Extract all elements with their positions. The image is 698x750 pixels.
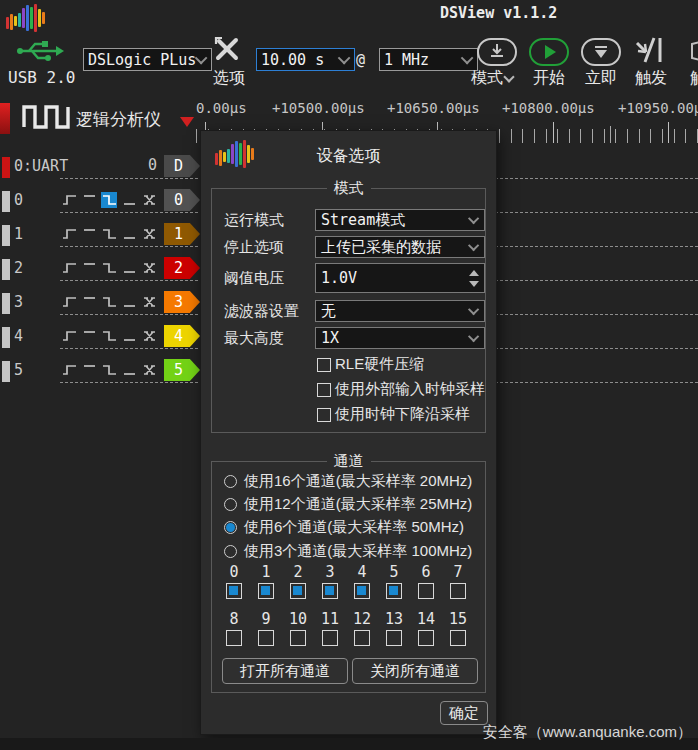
low-level-icon[interactable] <box>121 260 137 276</box>
checkbox-box[interactable] <box>317 383 331 397</box>
stop-option-select[interactable]: 上传已采集的数据 <box>315 236 485 258</box>
decoder-flag[interactable]: D <box>164 155 200 177</box>
channel-15-checkbox[interactable] <box>450 630 466 646</box>
radio-selected-icon[interactable] <box>224 521 237 534</box>
mode-button-label[interactable]: 模式 <box>471 68 513 89</box>
high-level-icon[interactable] <box>81 328 97 344</box>
spin-down-icon[interactable] <box>469 281 479 287</box>
channel-1-checkbox[interactable] <box>258 583 274 599</box>
high-level-icon[interactable] <box>81 192 97 208</box>
channel-color-square[interactable] <box>2 293 10 314</box>
radio-12-channels[interactable]: 使用12个通道(最大采样率 25MHz) <box>224 495 472 514</box>
ok-button[interactable]: 确定 <box>440 701 488 725</box>
trigger-position-marker[interactable] <box>180 117 194 127</box>
channel-11-checkbox[interactable] <box>322 630 338 646</box>
any-edge-icon[interactable] <box>141 328 157 344</box>
decoder-color-square[interactable] <box>2 157 10 178</box>
channel-13-checkbox[interactable] <box>386 630 402 646</box>
channel-color-square[interactable] <box>2 191 10 212</box>
trigger-button-label[interactable]: 触发 <box>635 68 667 89</box>
low-level-icon[interactable] <box>121 328 137 344</box>
channel-7-checkbox[interactable] <box>450 583 466 599</box>
checkbox-box[interactable] <box>317 408 331 422</box>
rle-compress-checkbox[interactable]: RLE硬件压缩 <box>317 355 424 374</box>
threshold-voltage-spinbox[interactable]: 1.0V <box>315 263 485 293</box>
sample-rate-select[interactable]: 1 MHz <box>379 48 478 71</box>
channel-flag[interactable]: 1 <box>164 223 200 245</box>
channel-flag[interactable]: 5 <box>164 359 200 381</box>
mode-button[interactable] <box>477 38 517 66</box>
channel-flag[interactable]: 2 <box>164 257 200 279</box>
any-edge-icon[interactable] <box>141 362 157 378</box>
low-level-icon[interactable] <box>121 192 137 208</box>
channel-5-checkbox[interactable] <box>386 583 402 599</box>
open-all-channels-button[interactable]: 打开所有通道 <box>222 658 348 684</box>
any-edge-icon[interactable] <box>141 226 157 242</box>
filter-setting-select[interactable]: 无 <box>315 300 485 322</box>
channel-9-checkbox[interactable] <box>258 630 274 646</box>
channel-4-checkbox[interactable] <box>354 583 370 599</box>
rising-edge-icon[interactable] <box>61 362 77 378</box>
rising-edge-icon[interactable] <box>61 192 77 208</box>
channel-2-checkbox[interactable] <box>290 583 306 599</box>
low-level-icon[interactable] <box>121 362 137 378</box>
instant-button[interactable] <box>581 38 621 66</box>
high-level-icon[interactable] <box>81 260 97 276</box>
radio-3-channels[interactable]: 使用3个通道(最大采样率 100MHz) <box>224 542 472 561</box>
falling-edge-icon[interactable] <box>101 294 117 310</box>
radio-icon[interactable] <box>224 545 237 558</box>
rising-edge-icon[interactable] <box>61 260 77 276</box>
channel-color-square[interactable] <box>2 225 10 246</box>
close-all-channels-button[interactable]: 关闭所有通道 <box>352 658 478 684</box>
low-level-icon[interactable] <box>121 294 137 310</box>
channel-0-checkbox[interactable] <box>226 583 242 599</box>
any-edge-icon[interactable] <box>141 294 157 310</box>
checkbox-box[interactable] <box>317 358 331 372</box>
high-level-icon[interactable] <box>81 294 97 310</box>
rising-edge-icon[interactable] <box>61 294 77 310</box>
ext-clock-checkbox[interactable]: 使用外部输入时钟采样 <box>317 380 485 399</box>
high-level-icon[interactable] <box>81 226 97 242</box>
channel-flag[interactable]: 0 <box>164 189 200 211</box>
falling-edge-icon[interactable] <box>101 192 117 208</box>
falling-edge-icon[interactable] <box>101 226 117 242</box>
instant-button-label[interactable]: 立即 <box>585 68 617 89</box>
channel-color-square[interactable] <box>2 327 10 348</box>
any-edge-icon[interactable] <box>141 260 157 276</box>
channel-6-checkbox[interactable] <box>418 583 434 599</box>
radio-16-channels[interactable]: 使用16个通道(最大采样率 20MHz) <box>224 472 472 491</box>
falling-edge-icon[interactable] <box>101 260 117 276</box>
falling-clock-checkbox[interactable]: 使用时钟下降沿采样 <box>317 405 470 424</box>
falling-edge-icon[interactable] <box>101 362 117 378</box>
channel-color-square[interactable] <box>2 259 10 280</box>
rising-edge-icon[interactable] <box>61 328 77 344</box>
start-button[interactable] <box>529 38 569 66</box>
high-level-icon[interactable] <box>81 362 97 378</box>
spin-up-icon[interactable] <box>469 270 479 276</box>
decode-icon-partial[interactable] <box>690 40 698 62</box>
trigger-icon[interactable] <box>634 36 668 64</box>
radio-icon[interactable] <box>224 475 237 488</box>
falling-edge-icon[interactable] <box>101 328 117 344</box>
channel-flag[interactable]: 4 <box>164 325 200 347</box>
sample-duration-select[interactable]: 10.00 s <box>256 48 355 71</box>
decode-label-partial[interactable]: 解 <box>690 68 698 89</box>
radio-icon[interactable] <box>224 498 237 511</box>
max-height-select[interactable]: 1X <box>315 327 485 349</box>
any-edge-icon[interactable] <box>141 192 157 208</box>
channel-8-checkbox[interactable] <box>226 630 242 646</box>
device-select[interactable]: DSLogic PLus <box>83 48 212 71</box>
channel-14-checkbox[interactable] <box>418 630 434 646</box>
radio-6-channels[interactable]: 使用6个通道(最大采样率 50MHz) <box>224 518 464 537</box>
options-wrench-icon[interactable] <box>212 34 242 64</box>
spin-buttons[interactable] <box>469 270 479 287</box>
run-mode-select[interactable]: Stream模式 <box>315 209 485 231</box>
channel-color-square[interactable] <box>2 361 10 382</box>
channel-10-checkbox[interactable] <box>290 630 306 646</box>
rising-edge-icon[interactable] <box>61 226 77 242</box>
channel-flag[interactable]: 3 <box>164 291 200 313</box>
channel-12-checkbox[interactable] <box>354 630 370 646</box>
channel-3-checkbox[interactable] <box>322 583 338 599</box>
start-button-label[interactable]: 开始 <box>533 68 565 89</box>
low-level-icon[interactable] <box>121 226 137 242</box>
